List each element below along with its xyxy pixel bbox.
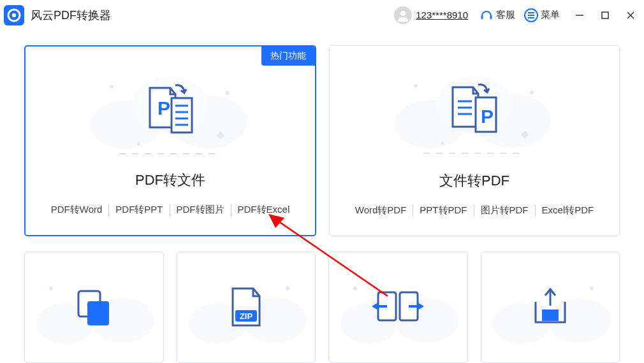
svg-point-16 [226, 91, 230, 95]
avatar[interactable] [394, 6, 412, 24]
menu-icon [524, 8, 538, 22]
close-button[interactable] [624, 8, 638, 22]
export-icon [528, 287, 573, 329]
maximize-button[interactable] [598, 8, 612, 22]
subtype-image-to-pdf[interactable]: 图片转PDF [474, 204, 536, 217]
svg-point-47 [353, 287, 357, 290]
svg-rect-55 [542, 310, 559, 321]
file-to-pdf-icon: P [330, 57, 619, 159]
svg-point-28 [530, 90, 534, 94]
pdf-to-file-subtypes: PDF转Word PDF转PPT PDF转图片 PDF转Excel [45, 204, 296, 216]
card-title: PDF转文件 [135, 171, 205, 190]
svg-point-42 [286, 287, 289, 290]
svg-rect-3 [481, 15, 483, 19]
subtype-pdf-to-excel[interactable]: PDF转Excel [231, 204, 296, 216]
card-divider [119, 153, 221, 154]
svg-point-29 [441, 142, 444, 145]
card-pdf-to-file[interactable]: 热门功能 P [24, 45, 316, 236]
svg-point-54 [590, 287, 594, 290]
user-id[interactable]: 123****8910 [416, 10, 468, 20]
svg-point-1 [12, 13, 16, 17]
zip-icon: ZIP [226, 285, 266, 331]
customer-service-button[interactable]: 客服 [479, 8, 515, 22]
card-divider [423, 153, 525, 153]
svg-text:P: P [157, 97, 170, 118]
svg-rect-4 [490, 15, 492, 19]
svg-rect-39 [87, 301, 109, 325]
card-file-to-pdf[interactable]: P 文件转PDF Word转PDF PPT转PDF 图片转PDF Excel转P… [329, 45, 620, 236]
subtype-word-to-pdf[interactable]: Word转PDF [349, 204, 414, 217]
svg-point-37 [49, 287, 53, 290]
svg-rect-9 [602, 12, 608, 18]
svg-point-27 [414, 84, 418, 88]
subtype-pdf-to-ppt[interactable]: PDF转PPT [109, 204, 170, 216]
svg-point-2 [400, 11, 406, 16]
svg-point-17 [137, 143, 140, 146]
window-controls [573, 8, 638, 22]
minimize-button[interactable] [573, 8, 587, 22]
subtype-excel-to-pdf[interactable]: Excel转PDF [536, 204, 601, 217]
menu-label: 菜单 [541, 9, 560, 21]
app-title: 风云PDF转换器 [31, 8, 111, 23]
split-merge-icon [369, 287, 427, 328]
app-logo-icon [4, 5, 24, 25]
subtype-pdf-to-word[interactable]: PDF转Word [45, 204, 110, 216]
svg-text:P: P [481, 106, 494, 127]
main-cards-row: 热门功能 P [24, 45, 620, 236]
subtype-ppt-to-pdf[interactable]: PPT转PDF [413, 204, 474, 217]
card-copy[interactable] [24, 252, 164, 363]
pdf-to-file-icon: P [26, 58, 315, 160]
headset-icon [479, 8, 494, 22]
svg-point-15 [110, 85, 113, 89]
secondary-cards-row: ZIP [24, 252, 620, 363]
menu-button[interactable]: 菜单 [524, 8, 560, 22]
card-split-merge[interactable] [328, 252, 468, 363]
titlebar: 风云PDF转换器 123****8910 客服 菜单 [0, 0, 644, 30]
main-content: 热门功能 P [0, 30, 644, 363]
card-compress[interactable]: ZIP [177, 252, 316, 363]
copy-icon [71, 285, 117, 331]
card-title: 文件转PDF [439, 171, 509, 190]
svg-text:ZIP: ZIP [240, 311, 253, 321]
subtype-pdf-to-image[interactable]: PDF转图片 [170, 204, 231, 216]
card-export[interactable] [481, 252, 620, 363]
file-to-pdf-subtypes: Word转PDF PPT转PDF 图片转PDF Excel转PDF [349, 204, 600, 217]
customer-service-label: 客服 [496, 9, 515, 21]
